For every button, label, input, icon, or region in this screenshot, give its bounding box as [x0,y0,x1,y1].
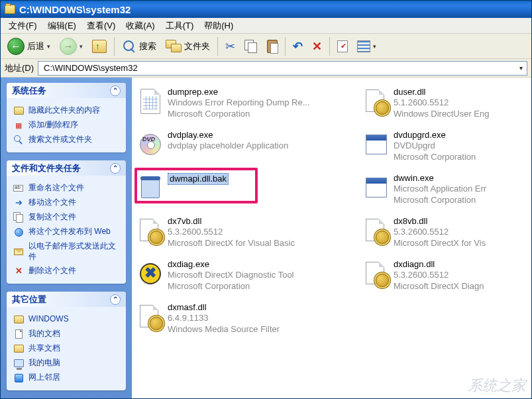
file-description: 5.3.2600.5512 [394,227,486,237]
folders-icon [166,40,182,53]
views-dropdown-icon[interactable]: ▾ [373,43,376,50]
file-item[interactable]: dx8vb.dll5.3.2600.5512Microsoft DirectX … [362,213,527,256]
delete-button[interactable]: ✕ [308,36,326,56]
collapse-icon[interactable]: ⌃ [110,163,121,174]
address-input[interactable]: C:\WINDOWS\system32 ▾ [38,61,527,76]
copy-button[interactable] [240,36,262,56]
file-company: Microsoft Corporation [168,109,310,119]
file-name[interactable]: dvdplay.exe [168,130,288,141]
toolbar: ← 后退 ▾ → ▾ ↑ 搜索 文件夹 ✂ ↶ ✕ ▾ [1,34,531,59]
file-description: dvdplay placeholder Application [168,141,288,151]
copy-icon [244,40,258,53]
file-item[interactable]: dvdplay.exedvdplay placeholder Applicati… [136,127,362,170]
search-label: 搜索 [139,40,156,52]
collapse-icon[interactable]: ⌃ [110,294,121,305]
task-move[interactable]: ➜移动这个文件 [13,196,119,210]
menu-tools[interactable]: 工具(T) [160,19,199,33]
task-search-files[interactable]: 搜索文件或文件夹 [13,133,119,147]
forward-dropdown-icon[interactable]: ▾ [80,43,83,50]
file-name[interactable]: duser.dll [394,87,490,97]
file-text: dxdiagn.dll5.3.2600.5512Microsoft Direct… [394,259,484,292]
paste-icon [267,40,278,53]
gear-icon [364,217,388,244]
address-dropdown-icon[interactable]: ▾ [517,64,525,72]
forward-button[interactable]: → ▾ [56,36,87,56]
file-name[interactable]: dxmasf.dll [168,302,280,313]
file-text: dvdupgrd.exeDVDUpgrdMicrosoft Corporatio… [394,130,476,162]
back-button[interactable]: ← 后退 ▾ [3,36,54,56]
file-item[interactable]: dxmasf.dll6.4.9.1133Windows Media Source… [136,300,362,343]
collapse-icon[interactable]: ⌃ [110,86,121,96]
file-name[interactable]: dvdupgrd.exe [394,130,476,141]
search-button[interactable]: 搜索 [118,36,160,56]
up-button[interactable]: ↑ [88,36,111,56]
file-item[interactable]: dxdiagn.dll5.3.2600.5512Microsoft Direct… [362,256,527,300]
folders-button[interactable]: 文件夹 [162,36,214,56]
file-item[interactable]: dwwin.exeMicrosoft Application ErrMicros… [362,170,527,213]
panel-title: 系统任务 [12,85,46,97]
task-delete[interactable]: ✕删除这个文件 [13,264,119,278]
properties-button[interactable] [333,36,352,56]
file-name[interactable]: dxdiag.exe [168,259,294,270]
task-rename[interactable]: 重命名这个文件 [13,181,119,196]
menu-help[interactable]: 帮助(H) [199,19,239,33]
file-name[interactable]: dwmapi.dll.bak [168,173,229,185]
file-name[interactable]: dwwin.exe [394,173,486,184]
file-name[interactable]: dx8vb.dll [394,216,486,227]
paste-button[interactable] [263,36,282,56]
folder-up-icon: ↑ [92,40,107,53]
task-publish-web[interactable]: 将这个文件发布到 Web [13,225,119,239]
file-description: DVDUpgrd [394,141,476,151]
file-text: dumprep.exeWindows Error Reporting Dump … [168,87,310,119]
place-my-computer[interactable]: 我的电脑 [13,356,119,370]
panel-body: WINDOWS 我的文档 共享文档 我的电脑 网上邻居 [7,307,126,390]
place-my-documents[interactable]: 我的文档 [13,327,119,341]
task-add-remove-programs[interactable]: ▦添加/删除程序 [13,118,119,133]
panel-header-file-tasks[interactable]: 文件和文件夹任务 ⌃ [7,160,126,176]
address-path: C:\WINDOWS\system32 [44,63,138,73]
folder-icon [13,314,24,325]
file-company: Microsoft Corporation [394,152,476,162]
file-item[interactable]: duser.dll5.1.2600.5512Windows DirectUser… [362,84,527,127]
place-network[interactable]: 网上邻居 [13,370,119,385]
file-list-pane[interactable]: dumprep.exeWindows Error Reporting Dump … [132,78,531,398]
window-title: C:\WINDOWS\system32 [19,4,131,15]
file-item[interactable]: dx7vb.dll5.3.2600.5512Microsoft DirectX … [136,213,362,256]
views-button[interactable]: ▾ [353,36,380,56]
task-hide-contents[interactable]: 隐藏此文件夹的内容 [13,103,119,118]
delete-icon: ✕ [13,266,24,276]
file-text: dwmapi.dll.bak [168,173,229,185]
address-bar: 地址(D) C:\WINDOWS\system32 ▾ [1,59,531,78]
file-item[interactable]: dumprep.exeWindows Error Reporting Dump … [136,84,362,127]
file-name[interactable]: dx7vb.dll [168,216,295,227]
file-grid: dumprep.exeWindows Error Reporting Dump … [136,84,527,343]
file-description: 6.4.9.1133 [168,313,280,323]
place-shared-documents[interactable]: 共享文档 [13,341,119,356]
file-item[interactable]: dvdupgrd.exeDVDUpgrdMicrosoft Corporatio… [362,127,527,170]
file-company: Windows Media Source Filter [168,324,280,335]
panel-header-system-tasks[interactable]: 系统任务 ⌃ [7,83,126,98]
file-text: duser.dll5.1.2600.5512Windows DirectUser… [394,87,490,119]
place-windows[interactable]: WINDOWS [13,312,119,327]
rename-icon [13,183,24,194]
file-company: Microsoft DirectX Diagn [394,281,484,292]
menu-edit[interactable]: 编辑(E) [42,19,81,33]
back-label: 后退 [27,40,44,52]
file-item[interactable]: dxdiag.exeMicrosoft DirectX Diagnostic T… [136,256,362,300]
back-icon: ← [7,38,25,55]
web-icon [13,227,24,237]
undo-button[interactable]: ↶ [289,36,307,56]
task-email[interactable]: 以电子邮件形式发送此文件 [13,239,119,264]
undo-icon: ↶ [293,39,303,54]
menu-favorites[interactable]: 收藏(A) [121,19,160,33]
file-name[interactable]: dxdiagn.dll [394,259,484,270]
menu-file[interactable]: 文件(F) [3,19,42,33]
cut-button[interactable]: ✂ [221,36,239,56]
file-item[interactable]: dwmapi.dll.bak [136,170,362,213]
file-text: dx8vb.dll5.3.2600.5512Microsoft DirectX … [394,216,486,249]
menu-view[interactable]: 查看(V) [81,19,121,33]
back-dropdown-icon[interactable]: ▾ [47,43,50,50]
panel-header-other-places[interactable]: 其它位置 ⌃ [7,292,126,307]
task-copy[interactable]: 复制这个文件 [13,210,119,225]
file-name[interactable]: dumprep.exe [168,87,310,97]
